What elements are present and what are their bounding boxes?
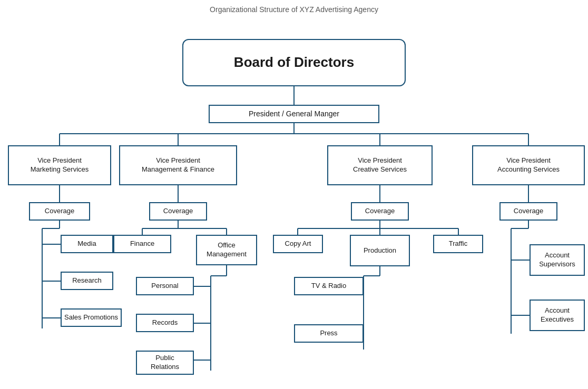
account-executives-label: Account Executives (541, 306, 574, 324)
coverage-marketing-box: Coverage (29, 202, 90, 221)
traffic-box: Traffic (433, 235, 483, 253)
copy-art-label: Copy Art (285, 240, 311, 248)
copy-art-box: Copy Art (273, 235, 323, 253)
finance-label: Finance (130, 240, 154, 248)
account-supervisors-label: Account Supervisors (539, 251, 575, 269)
vp-creative-box: Vice President Creative Services (327, 145, 433, 185)
press-box: Press (294, 324, 364, 343)
page-title: Organizational Structure of XYZ Advertis… (0, 0, 588, 14)
public-relations-label: Public Relations (151, 354, 179, 372)
finance-box: Finance (113, 235, 171, 253)
sales-promotions-box: Sales Promotions (61, 308, 122, 327)
coverage-accounting-label: Coverage (514, 207, 543, 216)
account-supervisors-box: Account Supervisors (530, 244, 585, 276)
personal-label: Personal (151, 282, 178, 291)
coverage-management-label: Coverage (163, 207, 193, 216)
records-box: Records (136, 314, 194, 332)
vp-management-label: Vice President Management & Finance (142, 156, 214, 174)
coverage-creative-label: Coverage (365, 207, 395, 216)
coverage-accounting-box: Coverage (499, 202, 557, 221)
board-label: Board of Directors (234, 54, 354, 72)
vp-marketing-label: Vice President Marketing Services (31, 156, 89, 174)
vp-management-box: Vice President Management & Finance (119, 145, 237, 185)
production-box: Production (350, 235, 410, 266)
president-label: President / General Manger (249, 109, 339, 118)
traffic-label: Traffic (449, 240, 467, 248)
press-label: Press (320, 329, 337, 338)
account-executives-box: Account Executives (530, 300, 585, 331)
media-box: Media (61, 235, 113, 253)
vp-accounting-box: Vice President Accounting Services (472, 145, 585, 185)
office-management-label: Office Management (207, 241, 247, 259)
public-relations-box: Public Relations (136, 351, 194, 375)
coverage-management-box: Coverage (149, 202, 207, 221)
tv-radio-label: TV & Radio (311, 282, 346, 291)
president-box: President / General Manger (209, 105, 379, 123)
office-management-box: Office Management (196, 235, 257, 265)
research-label: Research (72, 276, 102, 285)
vp-creative-label: Vice President Creative Services (353, 156, 407, 174)
records-label: Records (152, 318, 178, 327)
coverage-creative-box: Coverage (351, 202, 409, 221)
production-label: Production (364, 246, 396, 255)
tv-radio-box: TV & Radio (294, 277, 364, 295)
media-label: Media (77, 240, 96, 248)
sales-promotions-label: Sales Promotions (64, 313, 118, 322)
board-box: Board of Directors (182, 39, 406, 86)
research-box: Research (61, 272, 113, 290)
vp-marketing-box: Vice President Marketing Services (8, 145, 111, 185)
personal-box: Personal (136, 277, 194, 295)
vp-accounting-label: Vice President Accounting Services (497, 156, 560, 174)
coverage-marketing-label: Coverage (45, 207, 74, 216)
